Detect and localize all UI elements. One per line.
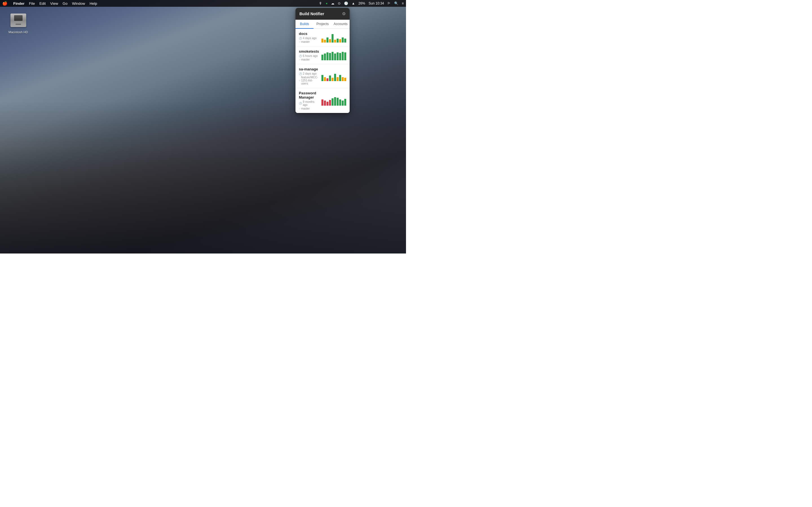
bar [324, 77, 326, 81]
bar [332, 78, 334, 81]
bar [329, 53, 331, 60]
bar-chart-password-manager [321, 96, 346, 106]
panel-title: Build Notifier [299, 11, 324, 16]
bar [337, 98, 339, 106]
tab-accounts[interactable]: Accounts [332, 20, 350, 29]
bar [329, 100, 331, 106]
bar [332, 34, 334, 43]
build-name-sa-manage: sa-manage [299, 67, 319, 71]
bar [339, 75, 341, 81]
menubar-edit[interactable]: Edit [40, 1, 46, 6]
menubar-app-name[interactable]: Finder [13, 1, 24, 6]
bar [321, 100, 323, 106]
build-time-sa-manage: 🕐 2 days ago [299, 72, 319, 75]
build-item-docs[interactable]: docs 🕐 4 days ago ⑂ master [296, 29, 350, 47]
tab-projects[interactable]: Projects [313, 20, 332, 29]
bar [344, 78, 346, 81]
build-branch-docs: ⑂ master [299, 40, 319, 43]
menubar-help[interactable]: Help [90, 1, 97, 6]
bar [326, 52, 328, 60]
clock-small-icon: 🕐 [299, 55, 302, 57]
menubar-go[interactable]: Go [63, 1, 67, 6]
branch-icon: ⑂ [299, 58, 300, 61]
bar [339, 100, 341, 106]
branch-icon: ⑂ [299, 41, 300, 43]
bar [342, 38, 344, 43]
menubar-window[interactable]: Window [72, 1, 85, 6]
build-item-sa-manage[interactable]: sa-manage 🕐 2 days ago ⑂ feature/MCC-125… [296, 64, 350, 88]
build-meta-smoketests: 🕐 6 hours ago ⑂ master [299, 54, 319, 61]
menubar-file[interactable]: File [29, 1, 35, 6]
bar [334, 54, 336, 60]
build-info-docs: docs 🕐 4 days ago ⑂ master [299, 32, 319, 43]
search-icon[interactable]: 🔍 [394, 1, 398, 5]
panel-header: Build Notifier ⚙ [296, 8, 350, 20]
gear-icon[interactable]: ⚙ [342, 11, 346, 16]
build-meta-password-manager: 🕐 9 months ago ⑂ master [299, 100, 319, 110]
flag-icon: 🏳 [388, 1, 391, 5]
tab-builds[interactable]: Builds [296, 20, 313, 29]
clock-icon: 🕐 [344, 1, 348, 5]
build-name-smoketests: smoketests [299, 49, 319, 54]
bar [326, 78, 328, 81]
battery-indicator: 26% [358, 1, 365, 5]
bar [344, 39, 346, 43]
menubar-view[interactable]: View [50, 1, 58, 6]
bar-chart-smoketests [321, 50, 346, 60]
apple-menu[interactable]: 🍎 [2, 1, 8, 6]
build-time-docs: 🕐 4 days ago [299, 37, 319, 40]
build-meta-sa-manage: 🕐 2 days ago ⑂ feature/MCC-1251-list-use… [299, 72, 319, 85]
build-list: docs 🕐 4 days ago ⑂ master [296, 29, 350, 113]
menubar-right: 🎙 ● ☁ ⊙ 🕐 ▲ 26% Sun 10:34 🏳 🔍 ≡ [319, 1, 404, 5]
bar [326, 38, 328, 43]
build-item-password-manager[interactable]: Password Manager 🕐 9 months ago ⑂ master [296, 88, 350, 113]
build-notifier-panel: Build Notifier ⚙ Builds Projects Account… [296, 8, 350, 113]
bar [332, 52, 334, 60]
bar [337, 77, 339, 81]
build-meta-docs: 🕐 4 days ago ⑂ master [299, 37, 319, 43]
clock-small-icon: 🕐 [299, 72, 302, 75]
bar [324, 40, 326, 43]
desktop: 🍎 Finder File Edit View Go Window Help 🎙… [0, 0, 406, 253]
bar [324, 54, 326, 60]
bar [329, 39, 331, 43]
clock-small-icon: 🕐 [299, 102, 302, 105]
wifi-icon: ▲ [352, 1, 355, 5]
build-info-password-manager: Password Manager 🕐 9 months ago ⑂ master [299, 91, 319, 110]
bar [339, 39, 341, 43]
bar [337, 52, 339, 60]
panel-tabs: Builds Projects Accounts [296, 20, 350, 29]
bar [334, 74, 336, 81]
build-name-docs: docs [299, 32, 319, 36]
bar [342, 77, 344, 81]
bar [321, 75, 323, 81]
menubar: 🍎 Finder File Edit View Go Window Help 🎙… [0, 0, 406, 7]
hdd-icon-image [9, 11, 28, 29]
clock-time: Sun 10:34 [368, 1, 384, 5]
build-item-smoketests[interactable]: smoketests 🕐 6 hours ago ⑂ master [296, 47, 350, 64]
build-name-password-manager: Password Manager [299, 91, 319, 100]
hdd-shape [10, 13, 26, 27]
bar [342, 101, 344, 106]
green-dot-icon: ● [326, 1, 327, 5]
bar [342, 52, 344, 60]
bar-chart-docs [321, 33, 346, 43]
branch-icon: ⑂ [299, 107, 300, 110]
bar [339, 53, 341, 60]
macintosh-hd-label: Macintosh HD [8, 31, 28, 34]
branch-icon: ⑂ [299, 79, 300, 82]
build-branch-sa-manage: ⑂ feature/MCC-1251-list-users [299, 76, 319, 85]
bar [332, 98, 334, 106]
bar [326, 102, 328, 106]
bar [321, 55, 323, 60]
bar [321, 39, 323, 43]
build-time-password-manager: 🕐 9 months ago [299, 100, 319, 107]
bar [344, 99, 346, 106]
cloud-icon: ☁ [331, 1, 335, 5]
bar-chart-sa-manage [321, 71, 346, 81]
macintosh-hd-icon[interactable]: Macintosh HD [8, 11, 28, 34]
mic-icon: 🎙 [319, 1, 322, 5]
circles-icon: ⊙ [338, 1, 341, 5]
control-strip-icon[interactable]: ≡ [402, 1, 404, 5]
menubar-left: 🍎 Finder File Edit View Go Window Help [2, 1, 97, 6]
